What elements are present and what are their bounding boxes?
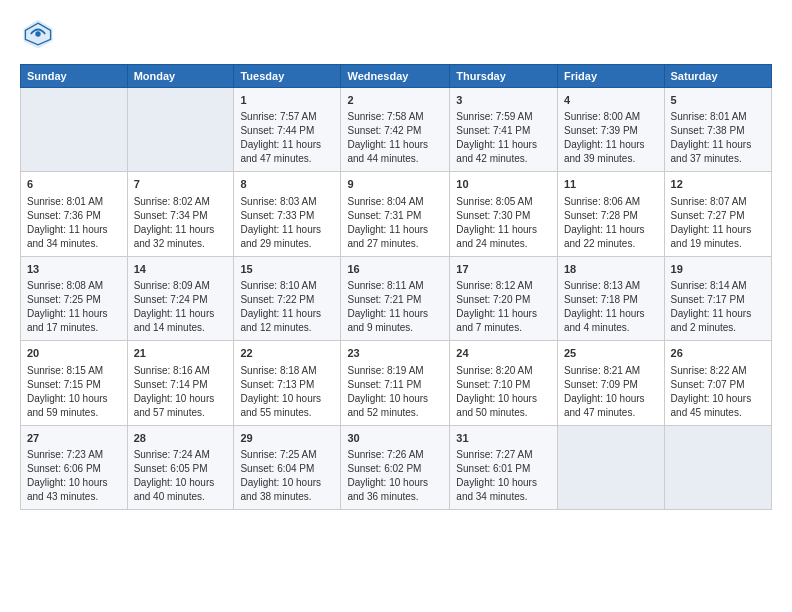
day-info-line: Daylight: 11 hours and 24 minutes. <box>456 223 551 251</box>
calendar-cell: 18Sunrise: 8:13 AMSunset: 7:18 PMDayligh… <box>558 256 665 340</box>
calendar-cell: 20Sunrise: 8:15 AMSunset: 7:15 PMDayligh… <box>21 341 128 425</box>
calendar-cell: 21Sunrise: 8:16 AMSunset: 7:14 PMDayligh… <box>127 341 234 425</box>
day-info-line: Daylight: 11 hours and 32 minutes. <box>134 223 228 251</box>
calendar-cell: 5Sunrise: 8:01 AMSunset: 7:38 PMDaylight… <box>664 88 771 172</box>
day-info-line: Sunrise: 8:05 AM <box>456 195 551 209</box>
day-number: 27 <box>27 431 121 446</box>
day-info-line: Sunset: 6:01 PM <box>456 462 551 476</box>
day-info-line: Daylight: 10 hours and 50 minutes. <box>456 392 551 420</box>
calendar-cell: 9Sunrise: 8:04 AMSunset: 7:31 PMDaylight… <box>341 172 450 256</box>
day-info-line: Sunrise: 8:13 AM <box>564 279 658 293</box>
day-info-line: Sunset: 7:13 PM <box>240 378 334 392</box>
day-info-line: Sunrise: 8:20 AM <box>456 364 551 378</box>
day-info-line: Sunset: 7:27 PM <box>671 209 765 223</box>
day-info-line: Sunrise: 8:19 AM <box>347 364 443 378</box>
calendar-cell: 7Sunrise: 8:02 AMSunset: 7:34 PMDaylight… <box>127 172 234 256</box>
day-info-line: Sunrise: 8:08 AM <box>27 279 121 293</box>
calendar-cell: 4Sunrise: 8:00 AMSunset: 7:39 PMDaylight… <box>558 88 665 172</box>
day-info-line: Sunset: 7:25 PM <box>27 293 121 307</box>
calendar-week-row: 1Sunrise: 7:57 AMSunset: 7:44 PMDaylight… <box>21 88 772 172</box>
day-info-line: Sunset: 7:09 PM <box>564 378 658 392</box>
calendar-header: SundayMondayTuesdayWednesdayThursdayFrid… <box>21 65 772 88</box>
day-of-week-wednesday: Wednesday <box>341 65 450 88</box>
day-info-line: Daylight: 10 hours and 38 minutes. <box>240 476 334 504</box>
day-info-line: Sunrise: 8:14 AM <box>671 279 765 293</box>
day-info-line: Daylight: 10 hours and 55 minutes. <box>240 392 334 420</box>
day-number: 3 <box>456 93 551 108</box>
day-number: 6 <box>27 177 121 192</box>
day-number: 14 <box>134 262 228 277</box>
day-info-line: Daylight: 11 hours and 37 minutes. <box>671 138 765 166</box>
day-info-line: Daylight: 10 hours and 40 minutes. <box>134 476 228 504</box>
calendar-cell: 29Sunrise: 7:25 AMSunset: 6:04 PMDayligh… <box>234 425 341 509</box>
day-info-line: Daylight: 10 hours and 43 minutes. <box>27 476 121 504</box>
day-info-line: Sunset: 7:41 PM <box>456 124 551 138</box>
calendar-cell: 19Sunrise: 8:14 AMSunset: 7:17 PMDayligh… <box>664 256 771 340</box>
day-info-line: Daylight: 11 hours and 27 minutes. <box>347 223 443 251</box>
day-info-line: Sunset: 7:14 PM <box>134 378 228 392</box>
calendar-week-row: 6Sunrise: 8:01 AMSunset: 7:36 PMDaylight… <box>21 172 772 256</box>
day-info-line: Sunset: 7:07 PM <box>671 378 765 392</box>
day-info-line: Sunset: 7:39 PM <box>564 124 658 138</box>
calendar-cell: 15Sunrise: 8:10 AMSunset: 7:22 PMDayligh… <box>234 256 341 340</box>
day-info-line: Sunrise: 8:11 AM <box>347 279 443 293</box>
day-info-line: Daylight: 10 hours and 59 minutes. <box>27 392 121 420</box>
day-number: 5 <box>671 93 765 108</box>
day-number: 2 <box>347 93 443 108</box>
day-info-line: Daylight: 11 hours and 4 minutes. <box>564 307 658 335</box>
day-info-line: Sunrise: 8:07 AM <box>671 195 765 209</box>
day-info-line: Sunset: 7:33 PM <box>240 209 334 223</box>
day-info-line: Sunrise: 8:09 AM <box>134 279 228 293</box>
calendar-cell: 22Sunrise: 8:18 AMSunset: 7:13 PMDayligh… <box>234 341 341 425</box>
day-of-week-friday: Friday <box>558 65 665 88</box>
day-info-line: Daylight: 11 hours and 9 minutes. <box>347 307 443 335</box>
day-of-week-thursday: Thursday <box>450 65 558 88</box>
day-info-line: Sunset: 7:31 PM <box>347 209 443 223</box>
calendar-week-row: 20Sunrise: 8:15 AMSunset: 7:15 PMDayligh… <box>21 341 772 425</box>
day-info-line: Daylight: 11 hours and 44 minutes. <box>347 138 443 166</box>
day-number: 28 <box>134 431 228 446</box>
day-info-line: Sunset: 6:05 PM <box>134 462 228 476</box>
day-info-line: Daylight: 10 hours and 34 minutes. <box>456 476 551 504</box>
calendar-cell: 11Sunrise: 8:06 AMSunset: 7:28 PMDayligh… <box>558 172 665 256</box>
day-info-line: Sunrise: 8:12 AM <box>456 279 551 293</box>
day-info-line: Daylight: 11 hours and 12 minutes. <box>240 307 334 335</box>
day-number: 25 <box>564 346 658 361</box>
day-info-line: Sunrise: 7:59 AM <box>456 110 551 124</box>
day-info-line: Daylight: 11 hours and 2 minutes. <box>671 307 765 335</box>
day-info-line: Sunrise: 8:06 AM <box>564 195 658 209</box>
day-number: 22 <box>240 346 334 361</box>
day-info-line: Sunrise: 8:18 AM <box>240 364 334 378</box>
calendar-cell: 6Sunrise: 8:01 AMSunset: 7:36 PMDaylight… <box>21 172 128 256</box>
logo <box>20 16 62 52</box>
calendar-cell: 30Sunrise: 7:26 AMSunset: 6:02 PMDayligh… <box>341 425 450 509</box>
day-info-line: Sunset: 7:30 PM <box>456 209 551 223</box>
day-number: 7 <box>134 177 228 192</box>
day-number: 29 <box>240 431 334 446</box>
calendar-cell: 23Sunrise: 8:19 AMSunset: 7:11 PMDayligh… <box>341 341 450 425</box>
calendar-week-row: 27Sunrise: 7:23 AMSunset: 6:06 PMDayligh… <box>21 425 772 509</box>
day-number: 15 <box>240 262 334 277</box>
day-info-line: Daylight: 11 hours and 17 minutes. <box>27 307 121 335</box>
day-number: 17 <box>456 262 551 277</box>
day-number: 19 <box>671 262 765 277</box>
day-info-line: Sunset: 7:44 PM <box>240 124 334 138</box>
day-info-line: Sunrise: 8:15 AM <box>27 364 121 378</box>
calendar-cell: 17Sunrise: 8:12 AMSunset: 7:20 PMDayligh… <box>450 256 558 340</box>
day-info-line: Sunrise: 8:21 AM <box>564 364 658 378</box>
day-number: 4 <box>564 93 658 108</box>
day-number: 20 <box>27 346 121 361</box>
day-number: 31 <box>456 431 551 446</box>
day-info-line: Sunrise: 8:01 AM <box>671 110 765 124</box>
day-info-line: Sunrise: 7:57 AM <box>240 110 334 124</box>
day-of-week-monday: Monday <box>127 65 234 88</box>
day-info-line: Sunrise: 7:27 AM <box>456 448 551 462</box>
calendar-page: SundayMondayTuesdayWednesdayThursdayFrid… <box>0 0 792 612</box>
svg-point-2 <box>35 31 40 36</box>
day-info-line: Sunset: 7:21 PM <box>347 293 443 307</box>
day-info-line: Sunrise: 7:24 AM <box>134 448 228 462</box>
day-number: 9 <box>347 177 443 192</box>
day-info-line: Daylight: 11 hours and 29 minutes. <box>240 223 334 251</box>
calendar-cell: 24Sunrise: 8:20 AMSunset: 7:10 PMDayligh… <box>450 341 558 425</box>
calendar-cell: 1Sunrise: 7:57 AMSunset: 7:44 PMDaylight… <box>234 88 341 172</box>
